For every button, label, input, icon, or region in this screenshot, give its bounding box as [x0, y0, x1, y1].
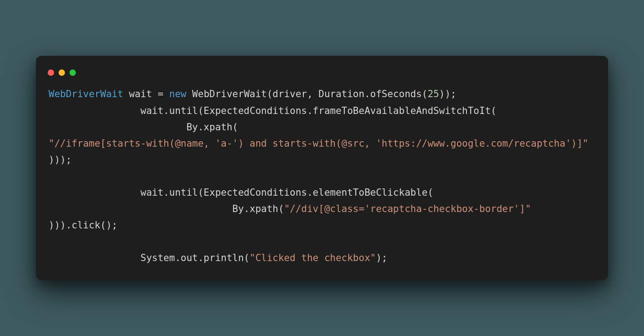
close-icon[interactable]	[48, 69, 54, 76]
code-token: System.out.println(	[140, 252, 249, 263]
code-token-type: WebDriverWait	[49, 89, 123, 99]
code-token-string: "Clicked the checkbox"	[250, 252, 376, 263]
code-indent	[49, 122, 186, 133]
code-token: wait =	[123, 89, 169, 99]
code-indent	[49, 252, 140, 263]
code-token-string: "//iframe[starts-with(@name, 'a-') and s…	[49, 138, 588, 149]
code-token: WebDriverWait(driver, Duration.ofSeconds…	[186, 89, 427, 99]
code-token-keyword: new	[169, 89, 187, 99]
code-token: );	[376, 252, 387, 263]
window-titlebar	[36, 66, 608, 86]
code-token: By.xpath(	[186, 122, 238, 133]
maximize-icon[interactable]	[69, 69, 76, 76]
code-token: ));	[439, 89, 456, 99]
code-indent	[49, 105, 140, 116]
code-token: By.xpath(	[233, 203, 284, 214]
code-token: wait.until(ExpectedConditions.frameToBeA…	[140, 105, 496, 116]
code-token-string: "//div[@class='recaptcha-checkbox-border…	[284, 203, 531, 214]
code-snippet-window: WebDriverWait wait = new WebDriverWait(d…	[36, 56, 608, 280]
code-token: ))).click();	[49, 220, 118, 231]
code-area: WebDriverWait wait = new WebDriverWait(d…	[36, 86, 608, 266]
code-indent	[49, 203, 233, 214]
code-token: )));	[49, 154, 72, 165]
code-token: wait.until(ExpectedConditions.elementToB…	[140, 187, 433, 198]
code-token-number: 25	[427, 89, 439, 99]
code-indent	[49, 187, 140, 198]
minimize-icon[interactable]	[59, 69, 65, 76]
